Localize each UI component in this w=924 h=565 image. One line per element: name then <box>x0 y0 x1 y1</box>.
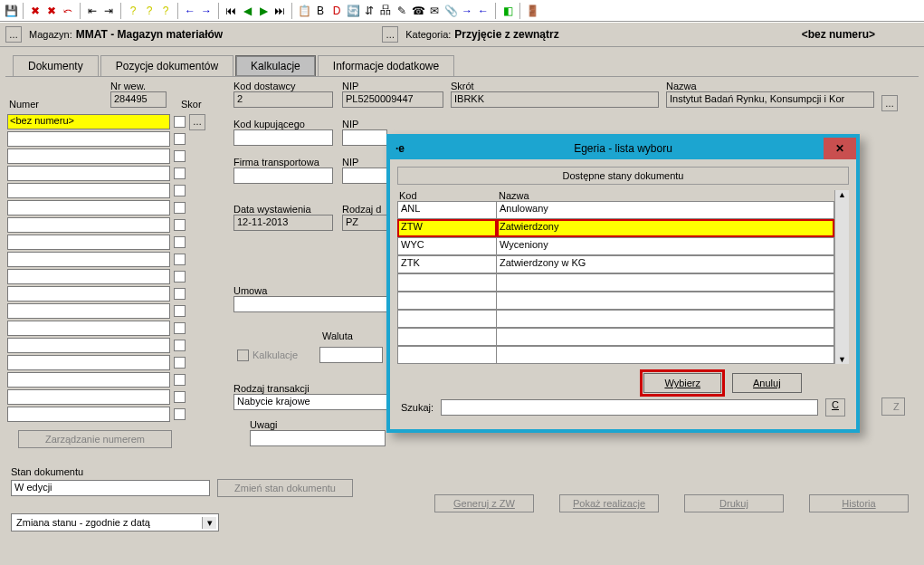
skor-check-8[interactable] <box>174 254 186 265</box>
arr-right2-icon[interactable]: ← <box>476 4 491 18</box>
scroll-up-icon[interactable]: ▲ <box>838 190 846 199</box>
mail-icon[interactable]: ✉ <box>427 4 442 18</box>
stan-field[interactable]: W edycji <box>11 480 210 496</box>
szukaj-input[interactable] <box>441 399 818 416</box>
skor-check-3[interactable] <box>174 168 186 179</box>
skor-check-1[interactable] <box>174 133 186 145</box>
numer-dots-0[interactable]: … <box>189 114 205 130</box>
drukuj-button[interactable]: Drukuj <box>684 494 784 512</box>
pokaz-button[interactable]: Pokaż realizacje <box>559 494 659 512</box>
skor-check-11[interactable] <box>174 305 186 317</box>
scroll-down-icon[interactable]: ▼ <box>838 355 846 364</box>
skor-check-12[interactable] <box>174 322 186 334</box>
zarzadzanie-button[interactable]: Zarządzanie numerem <box>18 430 172 448</box>
wybierz-button[interactable]: Wybierz <box>643 373 721 393</box>
numer-row-7[interactable] <box>7 235 170 250</box>
waluta-field[interactable] <box>319 347 383 363</box>
umowa-field[interactable] <box>233 296 387 312</box>
kod-kup-field[interactable] <box>233 129 333 146</box>
save-icon[interactable]: 💾 <box>4 4 18 18</box>
numer-row-10[interactable] <box>7 286 170 302</box>
zmien-stan-button[interactable]: Zmień stan dokumentu <box>217 479 353 497</box>
numer-row-4[interactable] <box>7 183 170 198</box>
modal-scrollbar[interactable]: ▲ ▼ <box>834 190 849 364</box>
header-dots1[interactable]: … <box>5 26 22 43</box>
skor-check-15[interactable] <box>174 374 186 386</box>
col-right-icon[interactable]: ⇥ <box>101 4 116 18</box>
tab-kalkulacje[interactable]: Kalkulacje <box>235 55 316 76</box>
nav-left-icon[interactable]: ← <box>183 4 197 18</box>
find-icon[interactable]: ? <box>126 4 140 18</box>
numer-row-2[interactable] <box>7 148 170 164</box>
help2-icon[interactable]: ? <box>158 4 173 18</box>
prev-icon[interactable]: ◀ <box>240 4 254 18</box>
numer-row-15[interactable] <box>7 372 170 388</box>
skor-check-5[interactable] <box>174 202 186 214</box>
nazwa-dots[interactable]: … <box>881 95 898 111</box>
tab-pozycje[interactable]: Pozycje dokumentów <box>100 55 233 76</box>
tree2-icon[interactable]: 品 <box>378 4 393 18</box>
play-icon[interactable]: ▶ <box>256 4 271 18</box>
skor-check-17[interactable] <box>174 408 186 420</box>
nazwa-field[interactable]: Instytut Badań Rynku, Konsumpcji i Kor <box>666 91 874 108</box>
clip-icon[interactable]: 📎 <box>443 4 458 18</box>
chevron-down-icon[interactable]: ▾ <box>202 517 216 529</box>
edit-icon[interactable]: ✎ <box>395 4 409 18</box>
skor-check-9[interactable] <box>174 271 186 282</box>
numer-row-9[interactable] <box>7 269 170 284</box>
header-dots2[interactable]: … <box>382 26 398 43</box>
uwagi-field[interactable] <box>250 430 386 446</box>
numer-row-11[interactable] <box>7 303 170 319</box>
numer-row-17[interactable] <box>7 407 170 422</box>
green-icon[interactable]: ◧ <box>500 4 515 18</box>
skor-check-4[interactable] <box>174 185 186 196</box>
skor-check-6[interactable] <box>174 219 186 231</box>
kalkulacje-check[interactable] <box>237 350 249 361</box>
numer-row-8[interactable] <box>7 252 170 267</box>
c-button[interactable]: C <box>825 398 845 417</box>
numer-row-0[interactable]: <bez numeru> <box>7 114 170 129</box>
skor-check-16[interactable] <box>174 391 186 403</box>
del-sel-icon[interactable]: ✖ <box>44 4 59 18</box>
numer-row-16[interactable] <box>7 389 170 405</box>
numer-row-13[interactable] <box>7 338 170 353</box>
numer-row-1[interactable] <box>7 131 170 147</box>
historia-button[interactable]: Historia <box>809 494 909 512</box>
z-button[interactable]: Z <box>881 397 905 416</box>
stan-combo[interactable]: Zmiana stanu - zgodnie z datą ▾ <box>11 513 219 531</box>
tree1-icon[interactable]: ⇵ <box>362 4 376 18</box>
kod-dost-field[interactable]: 2 <box>233 91 333 108</box>
anuluj-button[interactable]: Anuluj <box>732 373 802 393</box>
numer-row-6[interactable] <box>7 217 170 233</box>
tab-informacje[interactable]: Informacje dodatkowe <box>318 55 454 76</box>
bold-icon[interactable]: B <box>313 4 328 18</box>
exit-icon[interactable]: 🚪 <box>525 4 539 18</box>
rodz-trans-field[interactable]: Nabycie krajowe <box>233 394 387 410</box>
red-d-icon[interactable]: D <box>329 4 344 18</box>
skor-check-0[interactable] <box>174 116 186 128</box>
nav-right-icon[interactable]: → <box>199 4 214 18</box>
undo-icon[interactable]: ⤺ <box>61 4 75 18</box>
skor-check-2[interactable] <box>174 150 186 162</box>
numer-row-12[interactable] <box>7 321 170 336</box>
help1-icon[interactable]: ? <box>142 4 157 18</box>
close-icon[interactable]: ✕ <box>824 138 856 159</box>
data-wyst-field[interactable]: 12-11-2013 <box>233 215 333 231</box>
rodzaj-field[interactable]: PZ <box>342 215 387 231</box>
last-icon[interactable]: ⏭ <box>272 4 287 18</box>
first-icon[interactable]: ⏮ <box>224 4 238 18</box>
nip2-field[interactable] <box>342 129 387 146</box>
skor-check-7[interactable] <box>174 236 186 248</box>
copy-icon[interactable]: 📋 <box>297 4 311 18</box>
firma-tr-field[interactable] <box>233 168 333 184</box>
phone-icon[interactable]: ☎ <box>411 4 425 18</box>
del-row-icon[interactable]: ✖ <box>28 4 43 18</box>
col-left-icon[interactable]: ⇤ <box>85 4 100 18</box>
skor-check-13[interactable] <box>174 340 186 351</box>
skor-check-14[interactable] <box>174 357 186 369</box>
tab-dokumenty[interactable]: Dokumenty <box>13 55 99 76</box>
refresh-icon[interactable]: 🔄 <box>346 4 360 18</box>
skor-check-10[interactable] <box>174 288 186 300</box>
numer-row-5[interactable] <box>7 200 170 215</box>
skrot-field[interactable]: IBRKK <box>451 91 659 108</box>
